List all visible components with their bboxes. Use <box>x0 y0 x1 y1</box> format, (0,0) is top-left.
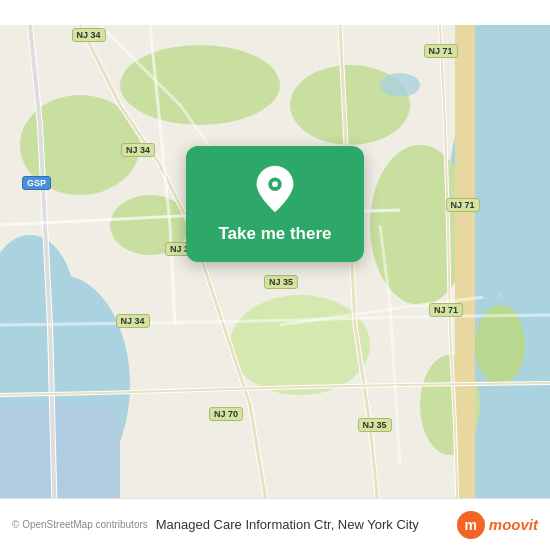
location-name: Managed Care Information Ctr, New York C… <box>156 517 457 532</box>
road-label-nj34-top: NJ 34 <box>72 28 106 42</box>
road-label-nj34-mid: NJ 34 <box>121 143 155 157</box>
moovit-logo-text: moovit <box>489 516 538 533</box>
svg-point-16 <box>475 250 505 300</box>
road-label-nj34-bottom: NJ 34 <box>116 314 150 328</box>
take-me-there-card[interactable]: Take me there <box>186 146 364 262</box>
svg-point-19 <box>272 181 278 187</box>
moovit-logo: m moovit <box>457 511 538 539</box>
take-me-there-label: Take me there <box>218 224 331 244</box>
road-label-nj35-center: NJ 35 <box>264 275 298 289</box>
svg-point-15 <box>380 73 420 97</box>
road-label-nj71-mid: NJ 71 <box>446 198 480 212</box>
road-label-nj70: NJ 70 <box>209 407 243 421</box>
road-label-nj35-bottom: NJ 35 <box>358 418 392 432</box>
bottom-bar: © OpenStreetMap contributors Managed Car… <box>0 498 550 550</box>
svg-point-9 <box>230 295 370 395</box>
moovit-logo-icon: m <box>457 511 485 539</box>
road-label-gsp: GSP <box>22 176 51 190</box>
svg-point-6 <box>120 45 280 125</box>
copyright-text: © OpenStreetMap contributors <box>12 519 148 530</box>
road-label-nj71-lower: NJ 71 <box>429 303 463 317</box>
svg-rect-14 <box>455 25 475 525</box>
svg-point-17 <box>492 145 528 205</box>
map-container: NJ 34 NJ 34 NJ 34 NJ 34 NJ 35 NJ 35 NJ 7… <box>0 0 550 550</box>
location-pin-icon <box>253 164 297 214</box>
road-label-nj71-top: NJ 71 <box>424 44 458 58</box>
